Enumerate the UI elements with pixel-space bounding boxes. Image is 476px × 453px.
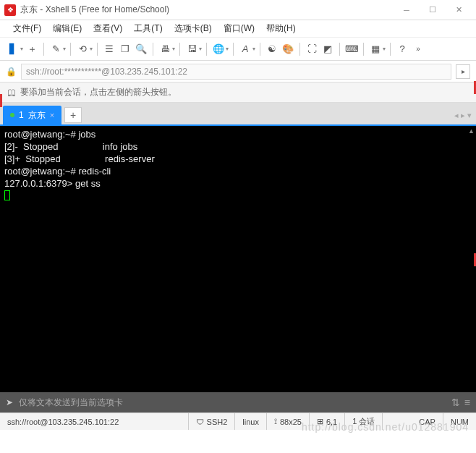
toggle-button[interactable]: ⇅: [451, 397, 460, 408]
hint-bar: 🕮 要添加当前会话，点击左侧的箭头按钮。: [0, 82, 476, 103]
titlebar: ❖ 京东 - Xshell 5 (Free for Home/School) ─…: [0, 0, 476, 20]
brush-icon[interactable]: ✎: [48, 42, 63, 56]
tab-nav[interactable]: ◂ ▸ ▾: [454, 111, 472, 120]
status-pos: ⊞ 6,1: [310, 413, 345, 430]
window-controls: ─ ☐ ✕: [394, 1, 472, 19]
menu-tab[interactable]: 选项卡(B): [169, 22, 218, 35]
status-dot-icon: [10, 113, 14, 117]
tab-bar: 1 京东 × + ◂ ▸ ▾: [0, 103, 476, 124]
new-session-icon[interactable]: ▋: [6, 42, 20, 56]
menubar: 文件(F) 编辑(E) 查看(V) 工具(T) 选项卡(B) 窗口(W) 帮助(…: [0, 20, 476, 38]
tab-index: 1: [19, 110, 24, 120]
status-connection: ssh://root@103.235.245.101:22: [0, 413, 189, 430]
status-bar: ssh://root@103.235.245.101:22 🛡SSH2 linu…: [0, 412, 476, 430]
go-button[interactable]: ▸: [456, 64, 470, 79]
copy-icon[interactable]: ❐: [118, 42, 132, 56]
minimize-button[interactable]: ─: [394, 1, 420, 19]
menu-file[interactable]: 文件(F): [7, 22, 47, 35]
status-sessions: 1 会话: [345, 413, 383, 430]
keyboard-icon[interactable]: ⌨: [344, 42, 359, 56]
terminal-line: [3]+ Stopped redis-server: [4, 153, 155, 164]
encoding-icon[interactable]: ☯: [265, 42, 279, 56]
folder-icon[interactable]: 🖫: [184, 42, 199, 56]
maximize-button[interactable]: ☐: [420, 1, 446, 19]
compose-bar: ➤ 仅将文本发送到当前选项卡 ⇅ ≡: [0, 392, 476, 412]
cursor: [4, 190, 10, 200]
terminal[interactable]: root@jetwang:~# jobs [2]- Stopped info j…: [0, 126, 476, 392]
terminal-line: [2]- Stopped info jobs: [4, 141, 137, 152]
menu-button[interactable]: ≡: [464, 397, 470, 408]
transparent-icon[interactable]: ◩: [320, 42, 335, 56]
properties-icon[interactable]: ☰: [102, 42, 116, 56]
font-icon[interactable]: A: [238, 42, 252, 56]
window-title: 京东 - Xshell 5 (Free for Home/School): [20, 4, 394, 16]
new-tab-button[interactable]: +: [64, 107, 82, 123]
compose-input[interactable]: 仅将文本发送到当前选项卡: [19, 397, 446, 409]
status-size: ⟟ 88x25: [267, 413, 310, 430]
terminal-line: 127.0.0.1:6379> get ss: [4, 178, 101, 189]
status-num: NUM: [443, 413, 476, 430]
app-icon: ❖: [4, 4, 16, 16]
toolbar: ▋▾ ＋ ✎▾ ⟲▾ ☰ ❐ 🔍 🖶▾ 🖫▾ 🌐▾ A▾ ☯ 🎨 ⛶ ◩ ⌨ ▦…: [0, 38, 476, 61]
terminal-line: root@jetwang:~# jobs: [4, 129, 95, 140]
fullscreen-icon[interactable]: ⛶: [305, 42, 319, 56]
add-icon[interactable]: ＋: [25, 42, 39, 56]
bookmark-icon[interactable]: 🕮: [7, 88, 16, 98]
print-icon[interactable]: 🖶: [158, 42, 172, 56]
compose-icon[interactable]: ➤: [6, 397, 13, 407]
menu-help[interactable]: 帮助(H): [260, 22, 302, 35]
menu-tool[interactable]: 工具(T): [128, 22, 168, 35]
layout-icon[interactable]: ▦: [368, 42, 383, 56]
reconnect-icon[interactable]: ⟲: [75, 42, 90, 56]
menu-view[interactable]: 查看(V): [88, 22, 128, 35]
expand-icon[interactable]: »: [411, 42, 425, 56]
decoration: [0, 94, 2, 107]
help-icon[interactable]: ?: [395, 42, 409, 56]
globe-icon[interactable]: 🌐: [211, 42, 226, 56]
tab-label: 京东: [28, 109, 46, 122]
terminal-container: ▲ root@jetwang:~# jobs [2]- Stopped info…: [0, 124, 476, 392]
status-protocol: 🛡SSH2: [189, 413, 236, 430]
address-input[interactable]: [21, 64, 451, 80]
menu-edit[interactable]: 编辑(E): [47, 22, 88, 35]
close-button[interactable]: ✕: [446, 1, 472, 19]
status-os: linux: [235, 413, 267, 430]
menu-window[interactable]: 窗口(W): [218, 22, 260, 35]
tab-close-icon[interactable]: ×: [50, 111, 54, 119]
status-caps: CAP: [412, 413, 443, 430]
address-bar: 🔒 ▸: [0, 61, 476, 82]
terminal-line: root@jetwang:~# redis-cli: [4, 166, 111, 177]
color-icon[interactable]: 🎨: [281, 42, 295, 56]
session-tab[interactable]: 1 京东 ×: [3, 106, 61, 124]
lock-icon: 🔒: [6, 67, 17, 77]
hint-text: 要添加当前会话，点击左侧的箭头按钮。: [20, 86, 177, 98]
search-icon[interactable]: 🔍: [134, 42, 148, 56]
scroll-up-icon[interactable]: ▲: [468, 127, 475, 135]
shield-icon: 🛡: [196, 418, 204, 426]
